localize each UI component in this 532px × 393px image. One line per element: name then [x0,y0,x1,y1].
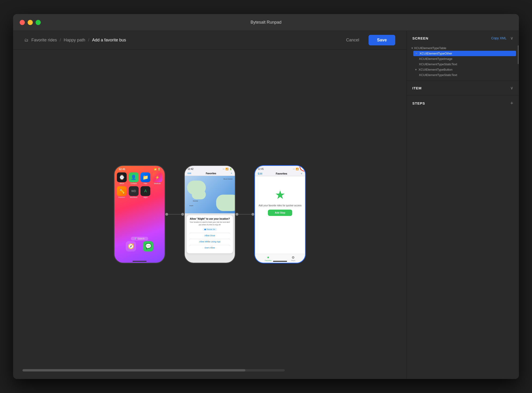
steps-section-header: STEPS + [407,95,519,111]
tree-item-2[interactable]: XCUIElementTypeImage [417,56,516,62]
app-freeform-label: Freeform [119,196,125,198]
location-dot [204,229,206,230]
item-section-header: ITEM ∨ [407,81,519,95]
window-title: Bytesalt Runpad [251,20,281,25]
screen-section: SCREEN Copy XML ∨ ▾XCUIElementTypeTable … [407,31,519,81]
app-freeform[interactable]: ✏️ Freeform [117,186,127,198]
tab-favorites[interactable]: ★ Favorites [265,255,272,261]
allow-while-using-button[interactable]: Allow While Using App [189,239,231,244]
save-button[interactable]: Save [369,35,395,45]
app-empty [152,186,162,198]
breadcrumb-icon: 🗂 [24,38,29,43]
app-webdriver-icon: WD [129,186,139,196]
app-alight[interactable]: A Alight [141,186,151,198]
tree-item-1[interactable]: ✕ XCUIElementTypeOther [413,51,516,56]
tab-stops-icon: ⊙ [292,255,295,259]
phone2-time: 12:42 [188,168,193,170]
app-files-icon: 📁 [141,172,150,182]
add-stop-button[interactable]: Add Stop [268,210,292,216]
breadcrumb-part2[interactable]: Happy path [64,38,85,43]
allow-once-button[interactable]: Allow Once [189,233,231,238]
main-content: 🗂 Favorite rides / Happy path / Add a fa… [13,31,519,379]
phone2-add[interactable]: + [231,172,232,175]
phone3-time: 12:45 [258,168,264,170]
phone1-app-grid: ⌚ Watch 👤 Contacts 📁 Files [115,172,165,201]
phone-1[interactable]: 12:41 📶🔋 ⌚ Watch [114,165,165,263]
breadcrumb-part1[interactable]: Favorite rides [31,38,57,43]
steps-section: STEPS + [407,95,519,379]
map-label-everest: Mount Everest [223,178,232,180]
app-alight-label: Alight [143,196,147,198]
tab-favorites-icon: ★ [267,255,270,259]
app-files-label: Files [144,183,147,184]
app-freeform-icon: ✏️ [117,186,127,196]
dock-safari[interactable]: 🧭 [126,241,136,251]
left-panel: 🗂 Favorite rides / Happy path / Add a fa… [13,31,407,379]
app-webdriver[interactable]: WD WebDriver [129,186,139,198]
phone3-navbar: Edit Favorites + [255,171,305,176]
phone2-status-icons: ···📶🔋 [223,168,232,170]
close-button[interactable] [20,20,25,25]
dock-messages[interactable]: 💬 [143,241,153,251]
phone2-status-bar: 12:42 ···📶🔋 [185,166,235,171]
tree-expand-0: ▾ [412,46,413,50]
tab-favorites-label: Favorites [265,260,272,261]
tree-item-3[interactable]: XCUIElementTypeStaticText [417,62,516,67]
phone-2[interactable]: 12:42 ···📶🔋 Edit Favorites + [184,165,236,263]
phone1-status-icons: 📶🔋 [154,168,161,171]
app-contacts-icon: 👤 [129,172,139,182]
phone-3[interactable]: — ✕ 12:45 ···📶🔋 Edit Favorites [254,165,306,263]
connector-2-right-dot [251,213,254,216]
app-watch[interactable]: ⌚ Watch [117,172,127,184]
app-watch-icon: ⌚ [117,172,127,182]
screen-collapse-icon[interactable]: ∨ [510,35,513,41]
phone3-status-bar: 12:45 ···📶🔋 [255,166,305,171]
phone3-empty-text: Add your favorite rides for quicker acce… [259,204,301,207]
connector-1-right-dot [181,213,184,216]
item-collapse-icon[interactable]: ∨ [510,85,513,91]
app-files[interactable]: 📁 Files [141,172,151,184]
phone2-permission-text: Your location is used to track your ride… [189,221,231,226]
favorites-star-icon: ★ [275,188,286,202]
app-contacts[interactable]: 👤 Contacts [129,172,139,184]
item-section-title: ITEM [412,86,422,90]
screen-section-title: SCREEN [412,36,428,40]
phone2-navbar: Edit Favorites + [185,171,235,176]
phone1-app-row2: ✏️ Freeform WD WebDriver A Alight [117,186,162,198]
canvas-scrollbar-thumb[interactable] [22,369,245,372]
copy-xml-button[interactable]: Copy XML [491,36,507,40]
steps-section-title: STEPS [412,101,425,105]
cancel-button[interactable]: Cancel [341,35,364,45]
phone3-home-indicator [273,261,287,262]
screen-section-actions: Copy XML ∨ [491,35,513,41]
phone3-edit[interactable]: Edit [258,172,262,175]
tab-stops[interactable]: ⊙ Stops [291,255,295,261]
maximize-button[interactable] [35,20,41,25]
phone2-edit[interactable]: Edit [188,172,191,175]
steps-add-icon[interactable]: + [510,100,513,106]
breadcrumb-current: Add a favorite bus [92,38,126,43]
phone3-content: ★ Add your favorite rides for quicker ac… [255,176,305,228]
canvas-scrollbar-track [22,369,285,372]
right-panel: SCREEN Copy XML ∨ ▾XCUIElementTypeTable … [407,31,519,379]
screen-scrollbar[interactable] [517,45,519,80]
connector-2-left-dot [236,213,238,216]
app-shortcuts-icon: ⚡ [152,172,162,182]
toolbar-actions: Cancel Save [341,35,395,45]
tree-item-0[interactable]: ▾XCUIElementTypeTable [410,45,516,51]
tree-item-5[interactable]: XCUIElementTypeStaticText [417,72,516,78]
app-shortcuts[interactable]: ⚡ Shortcuts [152,172,162,184]
dont-allow-button[interactable]: Don't Allow [189,245,231,250]
app-watch-label: Watch [119,183,124,184]
phone3-add[interactable]: + [301,172,302,175]
app-window: Bytesalt Runpad 🗂 Favorite rides / Happy… [13,14,519,379]
tree-expand-1: ✕ [415,52,418,55]
canvas-area[interactable]: 12:41 📶🔋 ⌚ Watch [13,49,407,379]
app-contacts-label: Contacts [130,183,137,184]
tree-item-4[interactable]: ▾ XCUIElementTypeButton [413,67,516,72]
minimize-button[interactable] [28,20,33,25]
phone2-permission-card: Allow "Alight" to use your location? You… [187,215,233,253]
tab-stops-label: Stops [291,260,295,261]
precise-label: Precise: On [206,229,215,230]
tree-expand-4: ▾ [415,68,417,71]
